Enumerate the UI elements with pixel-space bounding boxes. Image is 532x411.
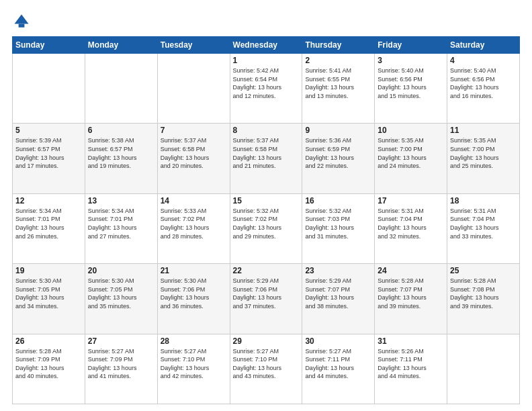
calendar-day-22: 22Sunrise: 5:29 AM Sunset: 7:06 PM Dayli…: [230, 264, 302, 334]
logo-icon: [12, 12, 31, 31]
calendar-week-row: 5Sunrise: 5:39 AM Sunset: 6:57 PM Daylig…: [13, 124, 520, 193]
day-number: 10: [378, 126, 444, 135]
day-info: Sunrise: 5:31 AM Sunset: 7:04 PM Dayligh…: [378, 207, 444, 240]
calendar-table: SundayMondayTuesdayWednesdayThursdayFrid…: [12, 36, 520, 404]
calendar-day-4: 4Sunrise: 5:40 AM Sunset: 6:56 PM Daylig…: [447, 54, 520, 124]
day-number: 16: [305, 196, 371, 205]
calendar-day-3: 3Sunrise: 5:40 AM Sunset: 6:56 PM Daylig…: [375, 54, 447, 124]
calendar-day-16: 16Sunrise: 5:32 AM Sunset: 7:03 PM Dayli…: [302, 193, 375, 263]
day-number: 20: [88, 266, 154, 275]
calendar-day-14: 14Sunrise: 5:33 AM Sunset: 7:02 PM Dayli…: [157, 193, 230, 263]
day-info: Sunrise: 5:27 AM Sunset: 7:10 PM Dayligh…: [233, 347, 300, 381]
day-info: Sunrise: 5:34 AM Sunset: 7:01 PM Dayligh…: [88, 207, 154, 240]
weekday-header-sunday: Sunday: [13, 37, 85, 54]
calendar-day-30: 30Sunrise: 5:27 AM Sunset: 7:11 PM Dayli…: [302, 334, 375, 404]
weekday-header-wednesday: Wednesday: [230, 37, 302, 54]
day-number: 29: [233, 336, 300, 346]
day-info: Sunrise: 5:30 AM Sunset: 7:06 PM Dayligh…: [161, 277, 227, 310]
day-number: 13: [88, 196, 154, 205]
day-info: Sunrise: 5:35 AM Sunset: 7:00 PM Dayligh…: [450, 136, 517, 170]
calendar-day-31: 31Sunrise: 5:26 AM Sunset: 7:11 PM Dayli…: [375, 334, 447, 404]
calendar-day-21: 21Sunrise: 5:30 AM Sunset: 7:06 PM Dayli…: [157, 264, 230, 334]
svg-marker-0: [15, 15, 29, 24]
calendar-day-1: 1Sunrise: 5:42 AM Sunset: 6:54 PM Daylig…: [230, 54, 302, 124]
calendar-day-6: 6Sunrise: 5:38 AM Sunset: 6:57 PM Daylig…: [85, 124, 157, 193]
weekday-header-row: SundayMondayTuesdayWednesdayThursdayFrid…: [13, 37, 520, 54]
day-number: 15: [233, 196, 300, 205]
day-number: 5: [15, 126, 82, 135]
day-number: 21: [161, 266, 227, 275]
day-info: Sunrise: 5:29 AM Sunset: 7:06 PM Dayligh…: [233, 277, 300, 310]
day-info: Sunrise: 5:41 AM Sunset: 6:55 PM Dayligh…: [305, 66, 371, 100]
day-info: Sunrise: 5:27 AM Sunset: 7:11 PM Dayligh…: [305, 347, 371, 381]
calendar-day-11: 11Sunrise: 5:35 AM Sunset: 7:00 PM Dayli…: [447, 124, 520, 193]
calendar-day-25: 25Sunrise: 5:28 AM Sunset: 7:08 PM Dayli…: [447, 264, 520, 334]
day-number: 23: [305, 266, 371, 275]
day-number: 22: [233, 266, 300, 275]
day-number: 3: [378, 56, 444, 65]
calendar-day-18: 18Sunrise: 5:31 AM Sunset: 7:04 PM Dayli…: [447, 193, 520, 263]
calendar-day-20: 20Sunrise: 5:30 AM Sunset: 7:05 PM Dayli…: [85, 264, 157, 334]
day-info: Sunrise: 5:38 AM Sunset: 6:57 PM Dayligh…: [88, 136, 154, 170]
calendar-empty-cell: [447, 334, 520, 404]
day-info: Sunrise: 5:26 AM Sunset: 7:11 PM Dayligh…: [378, 347, 444, 381]
calendar-day-9: 9Sunrise: 5:36 AM Sunset: 6:59 PM Daylig…: [302, 124, 375, 193]
day-info: Sunrise: 5:27 AM Sunset: 7:09 PM Dayligh…: [88, 347, 154, 381]
calendar-day-19: 19Sunrise: 5:30 AM Sunset: 7:05 PM Dayli…: [13, 264, 85, 334]
calendar-week-row: 1Sunrise: 5:42 AM Sunset: 6:54 PM Daylig…: [13, 54, 520, 124]
calendar-empty-cell: [157, 54, 230, 124]
header: [12, 12, 520, 31]
calendar-day-24: 24Sunrise: 5:28 AM Sunset: 7:07 PM Dayli…: [375, 264, 447, 334]
page: SundayMondayTuesdayWednesdayThursdayFrid…: [0, 0, 532, 411]
calendar-empty-cell: [85, 54, 157, 124]
day-info: Sunrise: 5:29 AM Sunset: 7:07 PM Dayligh…: [305, 277, 371, 310]
calendar-day-2: 2Sunrise: 5:41 AM Sunset: 6:55 PM Daylig…: [302, 54, 375, 124]
day-number: 25: [450, 266, 517, 275]
calendar-day-29: 29Sunrise: 5:27 AM Sunset: 7:10 PM Dayli…: [230, 334, 302, 404]
calendar-day-7: 7Sunrise: 5:37 AM Sunset: 6:58 PM Daylig…: [157, 124, 230, 193]
calendar-empty-cell: [13, 54, 85, 124]
day-info: Sunrise: 5:36 AM Sunset: 6:59 PM Dayligh…: [305, 136, 371, 170]
calendar-day-8: 8Sunrise: 5:37 AM Sunset: 6:58 PM Daylig…: [230, 124, 302, 193]
day-number: 17: [378, 196, 444, 205]
calendar-day-27: 27Sunrise: 5:27 AM Sunset: 7:09 PM Dayli…: [85, 334, 157, 404]
calendar-day-15: 15Sunrise: 5:32 AM Sunset: 7:02 PM Dayli…: [230, 193, 302, 263]
day-info: Sunrise: 5:32 AM Sunset: 7:02 PM Dayligh…: [233, 207, 300, 240]
day-number: 31: [378, 336, 444, 346]
day-info: Sunrise: 5:28 AM Sunset: 7:07 PM Dayligh…: [378, 277, 444, 310]
day-number: 30: [305, 336, 371, 346]
day-info: Sunrise: 5:30 AM Sunset: 7:05 PM Dayligh…: [88, 277, 154, 310]
day-number: 18: [450, 196, 517, 205]
day-info: Sunrise: 5:37 AM Sunset: 6:58 PM Dayligh…: [233, 136, 300, 170]
day-number: 14: [161, 196, 227, 205]
day-number: 7: [161, 126, 227, 135]
logo: [12, 12, 32, 31]
day-info: Sunrise: 5:27 AM Sunset: 7:10 PM Dayligh…: [161, 347, 227, 381]
day-info: Sunrise: 5:28 AM Sunset: 7:09 PM Dayligh…: [15, 347, 82, 381]
day-number: 26: [15, 336, 82, 346]
svg-rect-1: [19, 24, 25, 28]
day-info: Sunrise: 5:40 AM Sunset: 6:56 PM Dayligh…: [450, 66, 517, 100]
day-info: Sunrise: 5:33 AM Sunset: 7:02 PM Dayligh…: [161, 207, 227, 240]
day-info: Sunrise: 5:31 AM Sunset: 7:04 PM Dayligh…: [450, 207, 517, 240]
day-number: 2: [305, 56, 371, 65]
calendar-day-5: 5Sunrise: 5:39 AM Sunset: 6:57 PM Daylig…: [13, 124, 85, 193]
calendar-week-row: 12Sunrise: 5:34 AM Sunset: 7:01 PM Dayli…: [13, 193, 520, 263]
day-info: Sunrise: 5:35 AM Sunset: 7:00 PM Dayligh…: [378, 136, 444, 170]
day-info: Sunrise: 5:40 AM Sunset: 6:56 PM Dayligh…: [378, 66, 444, 100]
weekday-header-monday: Monday: [85, 37, 157, 54]
weekday-header-friday: Friday: [375, 37, 447, 54]
calendar-day-13: 13Sunrise: 5:34 AM Sunset: 7:01 PM Dayli…: [85, 193, 157, 263]
day-info: Sunrise: 5:34 AM Sunset: 7:01 PM Dayligh…: [15, 207, 82, 240]
calendar-day-12: 12Sunrise: 5:34 AM Sunset: 7:01 PM Dayli…: [13, 193, 85, 263]
calendar-week-row: 19Sunrise: 5:30 AM Sunset: 7:05 PM Dayli…: [13, 264, 520, 334]
day-number: 28: [161, 336, 227, 346]
day-number: 1: [233, 56, 300, 65]
calendar-day-10: 10Sunrise: 5:35 AM Sunset: 7:00 PM Dayli…: [375, 124, 447, 193]
calendar-day-17: 17Sunrise: 5:31 AM Sunset: 7:04 PM Dayli…: [375, 193, 447, 263]
weekday-header-thursday: Thursday: [302, 37, 375, 54]
calendar-day-28: 28Sunrise: 5:27 AM Sunset: 7:10 PM Dayli…: [157, 334, 230, 404]
day-number: 11: [450, 126, 517, 135]
day-number: 12: [15, 196, 82, 205]
day-number: 8: [233, 126, 300, 135]
